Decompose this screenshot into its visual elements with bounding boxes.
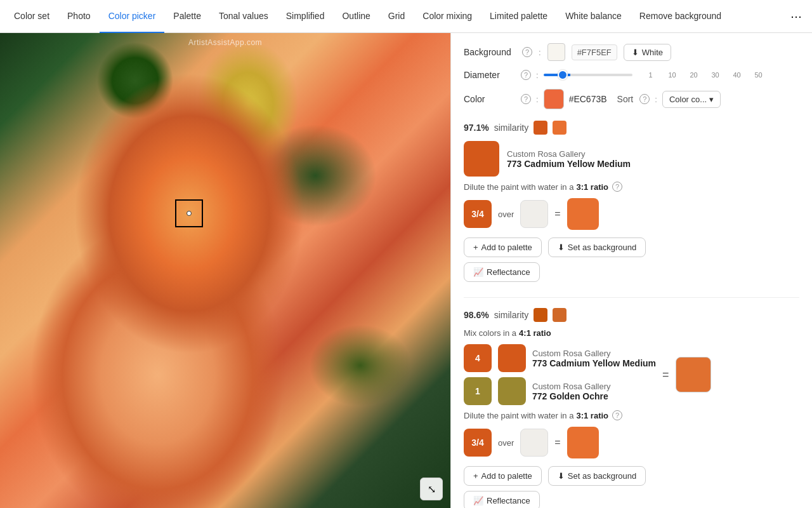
dilute-row-2: Dilute the paint with water in a 3:1 rat… — [464, 410, 799, 420]
flower-overlay — [0, 33, 450, 508]
nav-outline[interactable]: Outline — [333, 0, 379, 33]
paint-name-2a: 773 Cadmium Yellow Medium — [532, 358, 656, 368]
nav-palette[interactable]: Palette — [164, 0, 210, 33]
nav-color-mixing[interactable]: Color mixing — [414, 0, 481, 33]
color-help-icon[interactable]: ? — [521, 94, 531, 104]
set-background-label-1: Set as background — [568, 243, 636, 252]
selection-dot — [187, 211, 192, 216]
diameter-help-icon[interactable]: ? — [521, 70, 531, 80]
paint-text-1: Custom Rosa Gallery 773 Cadmium Yellow M… — [507, 149, 631, 169]
more-menu-button[interactable]: ⋯ — [785, 10, 807, 23]
diameter-label: Diameter — [464, 70, 514, 80]
paint-row-2b: 1 Custom Rosa Gallery 772 Golden Ochre — [464, 377, 656, 405]
dilute-help-icon-1[interactable]: ? — [612, 182, 622, 192]
paint-swatch-2b — [498, 377, 526, 405]
color-colon: : — [536, 95, 539, 104]
dilute-text-2: Dilute the paint with water in a — [464, 411, 573, 420]
background-row: Background ? : #F7F5EF ⬇ White — [464, 43, 799, 61]
expand-icon: ⤡ — [428, 483, 436, 495]
add-palette-btn-1[interactable]: + Add to palette — [464, 237, 542, 257]
reflectance-btn-2[interactable]: 📈 Reflectance — [464, 491, 540, 508]
sort-dropdown[interactable]: Color co... ▾ — [662, 91, 721, 108]
image-area[interactable]: ArtistAssistApp.com ⤡ — [0, 33, 450, 508]
sort-label: Sort — [617, 94, 634, 104]
paint-row-2a: 4 Custom Rosa Gallery 773 Cadmium Yellow… — [464, 344, 656, 372]
diameter-slider-wrap — [544, 74, 632, 76]
background-label: Background — [464, 47, 514, 57]
tick-1: 1 — [640, 71, 662, 79]
sim-swatch-2b — [553, 308, 566, 322]
action-row-1: + Add to palette ⬇ Set as background — [464, 237, 799, 257]
nav-color-set[interactable]: Color set — [5, 0, 58, 33]
color-row: Color ? : #EC673B Sort ? : Color co... ▾ — [464, 89, 799, 109]
similarity-label-1: similarity — [494, 123, 528, 133]
paint-brand-2a: Custom Rosa Gallery — [532, 349, 656, 358]
side-panel: Background ? : #F7F5EF ⬇ White Diameter … — [450, 33, 812, 508]
photo-background — [0, 33, 450, 508]
paint-text-2a: Custom Rosa Gallery 773 Cadmium Yellow M… — [532, 349, 656, 368]
sim-swatch-2a — [534, 308, 547, 322]
reflectance-label-2: Reflectance — [487, 496, 530, 505]
expand-button[interactable]: ⤡ — [420, 478, 443, 500]
over-label-2: over — [498, 438, 514, 448]
similarity-pct-2: 98.6% — [464, 310, 489, 320]
nav-photo[interactable]: Photo — [58, 0, 100, 33]
multi-paint-list-2: 4 Custom Rosa Gallery 773 Cadmium Yellow… — [464, 344, 656, 405]
white-button[interactable]: ⬇ White — [624, 44, 671, 61]
nav-grid[interactable]: Grid — [379, 0, 414, 33]
paint-count-2b: 1 — [464, 377, 492, 405]
dilute-help-icon-2[interactable]: ? — [612, 410, 622, 420]
result-swatch-2 — [676, 357, 711, 392]
background-help-icon[interactable]: ? — [522, 47, 532, 57]
main-content: ArtistAssistApp.com ⤡ Background ? : #F7… — [0, 33, 812, 508]
background-hex-value: #F7F5EF — [572, 44, 617, 60]
diameter-slider[interactable] — [544, 74, 632, 76]
result-card-1: 97.1% similarity Custom Rosa Gallery 773… — [464, 121, 799, 282]
similarity-label-2: similarity — [494, 310, 528, 320]
nav-tonal-values[interactable]: Tonal values — [210, 0, 277, 33]
download-icon-1: ⬇ — [558, 243, 565, 252]
sim-swatch-1a — [534, 121, 547, 135]
tick-20: 20 — [683, 71, 705, 79]
sort-colon: : — [655, 95, 657, 104]
tick-50: 50 — [748, 71, 769, 79]
over-label-1: over — [498, 210, 514, 219]
set-background-btn-2[interactable]: ⬇ Set as background — [548, 466, 646, 486]
reflectance-btn-1[interactable]: 📈 Reflectance — [464, 262, 540, 282]
reflectance-row-1: 📈 Reflectance — [464, 262, 799, 282]
background-colon: : — [539, 48, 541, 57]
dilute-ratio-2: 3:1 ratio — [576, 411, 608, 420]
mix-visual-2: 3/4 over = — [464, 427, 799, 458]
ratio-badge-2: 3/4 — [464, 429, 492, 457]
paint-swatch-1 — [464, 141, 499, 177]
selection-box[interactable] — [175, 199, 203, 227]
eq-label-2: = — [554, 437, 560, 448]
mix-text-2: Mix colors in a — [464, 328, 516, 338]
nav-color-picker[interactable]: Color picker — [100, 0, 165, 33]
eq-label-1: = — [554, 208, 560, 220]
chart-icon-2: 📈 — [473, 496, 483, 505]
white-button-label: White — [642, 48, 663, 57]
plus-icon-2: + — [473, 471, 478, 481]
diameter-colon: : — [536, 70, 539, 80]
diameter-row: Diameter ? : 1 10 20 30 40 50 — [464, 70, 799, 80]
paint-name-2b: 772 Golden Ochre — [532, 391, 611, 401]
add-palette-btn-2[interactable]: + Add to palette — [464, 466, 542, 486]
download-icon-2: ⬇ — [558, 471, 565, 481]
set-background-label-2: Set as background — [568, 471, 636, 481]
paint-swatch-2a — [498, 344, 526, 372]
sort-help-icon[interactable]: ? — [639, 94, 650, 104]
sim-swatch-1b — [553, 121, 566, 135]
nav-limited-palette[interactable]: Limited palette — [481, 0, 556, 33]
paint-info-row-1: Custom Rosa Gallery 773 Cadmium Yellow M… — [464, 141, 799, 177]
dilute-row-1: Dilute the paint with water in a 3:1 rat… — [464, 182, 799, 192]
paint-name-1: 773 Cadmium Yellow Medium — [507, 159, 631, 169]
add-palette-label-1: Add to palette — [481, 243, 532, 252]
sort-chevron-icon: ▾ — [709, 95, 714, 104]
paint-count-2a: 4 — [464, 344, 492, 372]
background-color-swatch[interactable] — [547, 43, 565, 61]
nav-white-balance[interactable]: White balance — [556, 0, 631, 33]
set-background-btn-1[interactable]: ⬇ Set as background — [548, 237, 646, 257]
nav-simplified[interactable]: Simplified — [277, 0, 334, 33]
nav-remove-background[interactable]: Remove background — [631, 0, 730, 33]
